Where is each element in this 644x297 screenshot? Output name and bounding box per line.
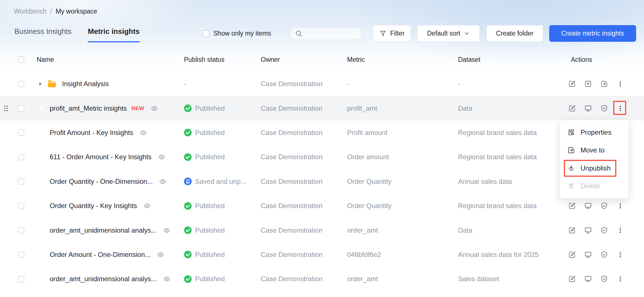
name-cell[interactable]: order_amt_unidimensional analys... <box>37 267 181 291</box>
preview-eye-icon[interactable] <box>158 154 165 160</box>
row-checkbox[interactable] <box>18 276 24 282</box>
row-name[interactable]: Order Amount - One-Dimension... <box>50 251 150 259</box>
filter-button[interactable]: Filter <box>373 25 411 42</box>
metric-insight-icon <box>37 128 45 137</box>
create-metric-insights-button[interactable]: Create metric insights <box>549 25 636 42</box>
table-row[interactable]: Profit Amount - Key Insights Published C… <box>0 121 644 145</box>
sort-label: Default sort <box>427 30 460 37</box>
expand-caret-icon[interactable] <box>38 82 42 86</box>
name-cell[interactable]: Order Amount - One-Dimension... <box>37 243 181 267</box>
search-input[interactable] <box>290 27 362 40</box>
name-cell[interactable]: profit_amt_Metric insights NEW <box>37 96 181 120</box>
monitor-icon[interactable] <box>584 251 592 259</box>
kebab-menu-icon[interactable] <box>616 80 624 88</box>
preview-eye-icon[interactable] <box>140 130 147 135</box>
breadcrumb-workbench[interactable]: Workbench <box>14 8 47 15</box>
move-to-icon[interactable] <box>600 80 608 88</box>
table-row[interactable]: profit_amt_Metric insights NEW Published… <box>0 96 644 120</box>
table-row[interactable]: 611 - Order Amount - Key Insights Publis… <box>0 145 644 169</box>
shield-check-icon[interactable] <box>600 104 608 112</box>
monitor-icon[interactable] <box>584 202 592 210</box>
preview-eye-icon[interactable] <box>144 203 150 208</box>
shield-check-icon[interactable] <box>600 226 608 234</box>
owner-cell: Case Demonstration <box>261 243 343 267</box>
row-checkbox[interactable] <box>18 203 24 209</box>
edit-icon[interactable] <box>568 226 576 234</box>
preview-eye-icon[interactable] <box>163 276 170 281</box>
row-checkbox[interactable] <box>18 251 24 258</box>
monitor-icon[interactable] <box>584 104 592 112</box>
folder-icon <box>47 80 56 88</box>
metric-cell: Order Quantity <box>347 169 454 194</box>
preview-eye-icon[interactable] <box>159 179 166 184</box>
table-row[interactable]: Order Amount - One-Dimension... Publishe… <box>0 243 644 267</box>
row-name[interactable]: profit_amt_Metric insights <box>50 104 127 112</box>
row-context-menu: Properties Move to Unpublish <box>560 120 629 198</box>
row-checkbox[interactable] <box>18 227 24 233</box>
name-cell[interactable]: Order Quantity - Key Insights <box>37 194 181 218</box>
row-name[interactable]: order_amt_unidimensional analys... <box>50 226 157 234</box>
context-menu-item: Delete <box>560 177 629 195</box>
monitor-icon[interactable] <box>584 226 592 234</box>
show-only-my-items[interactable]: Show only my items <box>203 25 271 42</box>
preview-eye-icon[interactable] <box>151 106 158 111</box>
context-menu-item[interactable]: Properties <box>560 123 629 141</box>
name-cell[interactable]: order_amt_unidimensional analys... <box>37 218 181 242</box>
kebab-menu-icon[interactable] <box>616 104 624 112</box>
metric-cell: order_amt <box>347 267 454 291</box>
shield-check-icon[interactable] <box>600 202 608 210</box>
default-sort-dropdown[interactable]: Default sort <box>417 25 480 42</box>
table-row[interactable]: Insight Analysis - Case Demonstration - … <box>0 72 644 96</box>
published-check-icon <box>184 153 192 161</box>
context-menu-item[interactable]: Unpublish <box>560 159 629 177</box>
create-folder-button[interactable]: Create folder <box>487 25 543 42</box>
monitor-icon[interactable] <box>584 275 592 283</box>
shield-check-icon[interactable] <box>600 251 608 259</box>
publish-status-cell: Published <box>184 267 257 291</box>
publish-status-cell: Saved and unp... <box>184 169 257 194</box>
published-check-icon <box>184 251 192 258</box>
name-cell[interactable]: Order Quantity - One-Dimension... <box>37 169 181 194</box>
publish-status-cell: Published <box>184 218 257 242</box>
dataset-cell: Sales dataset <box>458 267 565 291</box>
show-only-label: Show only my items <box>213 30 271 37</box>
row-name[interactable]: 611 - Order Amount - Key Insights <box>50 153 152 161</box>
row-checkbox[interactable] <box>18 129 24 136</box>
preview-eye-icon[interactable] <box>163 228 170 233</box>
edit-icon[interactable] <box>568 104 576 112</box>
show-only-checkbox[interactable] <box>203 30 209 37</box>
row-name[interactable]: order_amt_unidimensional analys... <box>50 275 157 283</box>
table-row[interactable]: Order Quantity - One-Dimension... Saved … <box>0 169 644 194</box>
annotation-highlight-box <box>613 101 626 115</box>
name-cell[interactable]: Profit Amount - Key Insights <box>37 121 181 145</box>
drag-handle-icon[interactable] <box>4 96 8 120</box>
name-cell[interactable]: Insight Analysis <box>37 72 181 96</box>
table-row[interactable]: Order Quantity - Key Insights Published … <box>0 194 644 218</box>
edit-icon[interactable] <box>568 80 576 88</box>
row-checkbox[interactable] <box>18 154 24 160</box>
row-name[interactable]: Order Quantity - Key Insights <box>50 202 137 210</box>
context-menu-item[interactable]: Move to <box>560 141 629 160</box>
table-row[interactable]: order_amt_unidimensional analys... Publi… <box>0 218 644 242</box>
row-checkbox[interactable] <box>18 178 24 185</box>
row-name[interactable]: Order Quantity - One-Dimension... <box>50 178 153 185</box>
edit-icon[interactable] <box>568 251 576 259</box>
kebab-menu-icon[interactable] <box>616 251 624 259</box>
row-checkbox[interactable] <box>18 81 24 87</box>
row-checkbox[interactable] <box>18 105 24 112</box>
kebab-menu-icon[interactable] <box>616 202 624 210</box>
kebab-menu-icon[interactable] <box>616 226 624 234</box>
shield-check-icon[interactable] <box>600 275 608 283</box>
context-menu-item-label: Delete <box>581 182 600 190</box>
edit-icon[interactable] <box>568 275 576 283</box>
select-all-checkbox[interactable] <box>18 56 24 63</box>
name-cell[interactable]: 611 - Order Amount - Key Insights <box>37 145 181 169</box>
edit-icon[interactable] <box>568 202 576 210</box>
add-icon[interactable] <box>584 80 592 88</box>
table-row[interactable]: order_amt_unidimensional analys... Publi… <box>0 267 644 291</box>
published-check-icon <box>184 104 192 112</box>
row-name[interactable]: Profit Amount - Key Insights <box>50 129 133 137</box>
kebab-menu-icon[interactable] <box>616 275 624 283</box>
row-name[interactable]: Insight Analysis <box>62 80 109 88</box>
preview-eye-icon[interactable] <box>157 252 164 257</box>
